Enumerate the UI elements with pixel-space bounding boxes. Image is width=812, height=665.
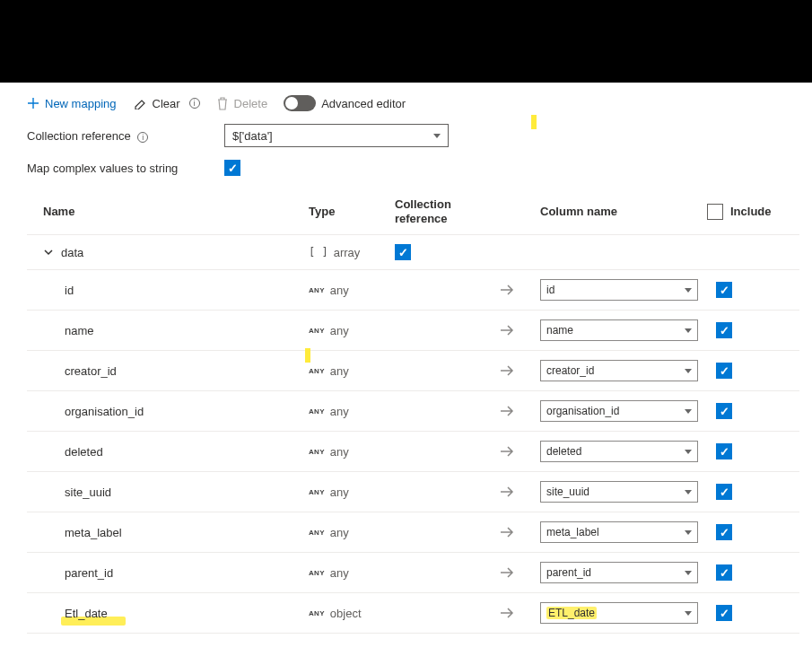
row-include-cell (707, 484, 770, 500)
chevron-down-icon (685, 369, 692, 373)
chevron-down-icon (685, 490, 692, 494)
table-row: idANYanyid (27, 270, 799, 311)
map-complex-checkbox[interactable] (224, 160, 240, 176)
arrow-right-icon (499, 364, 535, 377)
row-name-text: meta_label (65, 526, 122, 539)
column-name-value: site_uuid (546, 486, 589, 498)
column-name-dropdown[interactable]: organisation_id (540, 400, 698, 422)
arrow-right-icon (499, 284, 535, 296)
column-name-dropdown[interactable]: id (540, 279, 698, 301)
row-include-cell (707, 443, 770, 459)
include-all-checkbox[interactable] (707, 204, 723, 220)
row-type-text: any (330, 526, 349, 539)
include-header-label: Include (730, 205, 772, 218)
trash-icon (216, 97, 229, 110)
row-name-cell: data (34, 246, 303, 259)
arrow-right-icon (499, 324, 535, 337)
chevron-down-icon (685, 611, 692, 616)
include-checkbox[interactable] (716, 564, 732, 581)
column-name-dropdown[interactable]: deleted (540, 441, 698, 462)
row-type-cell: ANYany (309, 486, 389, 499)
row-name-text: creator_id (65, 364, 117, 378)
eraser-icon (133, 97, 147, 109)
column-name-dropdown[interactable]: name (540, 319, 698, 341)
chevron-down-icon (685, 571, 692, 575)
row-column-name-cell: deleted (540, 441, 702, 462)
include-checkbox[interactable] (716, 524, 732, 540)
table-row: organisation_idANYanyorganisation_id (27, 391, 799, 432)
table-row: deletedANYanydeleted (27, 432, 799, 472)
type-badge: ANY (309, 448, 325, 456)
chevron-down-icon (685, 450, 692, 454)
include-checkbox[interactable] (716, 443, 732, 459)
column-name-value: meta_label (546, 526, 599, 538)
include-checkbox[interactable] (716, 605, 732, 621)
type-badge: ANY (309, 407, 325, 416)
column-name-dropdown[interactable]: ETL_date (540, 602, 698, 624)
column-name-value: ETL_date (546, 607, 597, 619)
row-name-cell: name (34, 324, 303, 337)
row-type-cell: ANYany (309, 284, 389, 297)
row-type-text: any (330, 284, 349, 297)
collection-reference-dropdown[interactable]: $['data'] (224, 124, 449, 147)
row-name-text: Etl_date (65, 607, 108, 620)
toggle-switch-off[interactable] (284, 95, 316, 111)
column-name-dropdown[interactable]: meta_label (540, 521, 698, 543)
arrow-right-icon (499, 566, 535, 579)
delete-button[interactable]: Delete (216, 97, 268, 110)
mapping-table: Name Type Collection reference Column na… (27, 188, 799, 634)
col-header-column-name: Column name (540, 205, 702, 218)
row-type-text: any (330, 566, 349, 580)
column-name-value: creator_id (546, 364, 594, 377)
highlight-mark (531, 115, 537, 129)
column-name-dropdown[interactable]: site_uuid (540, 481, 698, 503)
chevron-down-icon[interactable] (43, 247, 54, 258)
clear-button[interactable]: Clear i (133, 97, 200, 110)
highlight-mark (305, 348, 310, 363)
type-badge: ANY (309, 367, 325, 375)
row-type-text: any (330, 445, 349, 459)
map-complex-label: Map complex values to string (27, 162, 206, 175)
arrow-right-icon (499, 445, 535, 458)
arrow-right-icon (499, 526, 535, 538)
table-row: creator_idANYanycreator_id (27, 351, 799, 391)
table-row: nameANYanyname (27, 311, 799, 351)
row-name-cell: parent_id (34, 566, 303, 580)
column-name-dropdown[interactable]: creator_id (540, 360, 698, 381)
include-checkbox[interactable] (716, 322, 732, 338)
column-name-dropdown[interactable]: parent_id (540, 562, 698, 583)
row-include-cell (707, 605, 770, 621)
row-column-name-cell: id (540, 279, 702, 301)
include-checkbox[interactable] (716, 484, 732, 500)
col-header-name: Name (34, 205, 303, 218)
row-column-name-cell: site_uuid (540, 481, 702, 503)
column-name-value: organisation_id (546, 405, 619, 417)
new-mapping-button[interactable]: New mapping (27, 97, 117, 110)
include-checkbox[interactable] (716, 282, 732, 298)
chevron-down-icon (685, 288, 692, 293)
row-name-cell: deleted (34, 445, 303, 459)
row-include-cell (707, 403, 770, 419)
row-include-cell (707, 363, 770, 379)
plus-icon (27, 97, 39, 109)
row-include-cell (707, 282, 770, 298)
info-icon[interactable]: i (189, 98, 200, 109)
collection-ref-checkbox[interactable] (395, 244, 411, 260)
advanced-editor-toggle[interactable]: Advanced editor (284, 95, 406, 111)
row-column-name-cell: meta_label (540, 521, 702, 543)
delete-label: Delete (234, 97, 268, 110)
row-name-cell: Etl_date (34, 607, 303, 620)
collection-reference-row: Collection reference i $['data'] (27, 124, 799, 147)
row-name-text: id (65, 284, 74, 297)
row-type-text: object (330, 607, 362, 620)
column-name-value: deleted (546, 445, 581, 458)
collection-reference-label-text: Collection reference (27, 129, 131, 143)
col-header-collection-ref: Collection reference (395, 197, 493, 225)
info-icon[interactable]: i (137, 132, 148, 143)
include-checkbox[interactable] (716, 363, 732, 379)
row-type-text: any (330, 405, 349, 418)
row-column-name-cell: creator_id (540, 360, 702, 381)
table-row: parent_idANYanyparent_id (27, 553, 799, 593)
chevron-down-icon (685, 409, 692, 414)
include-checkbox[interactable] (716, 403, 732, 419)
